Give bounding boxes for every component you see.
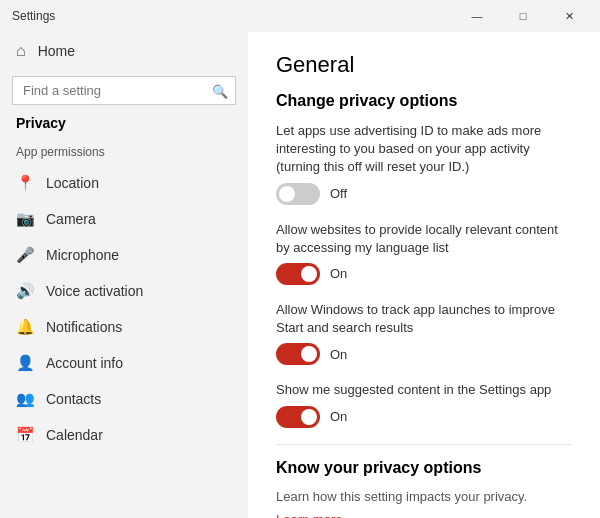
account-icon: 👤: [16, 354, 34, 372]
title-bar: Settings — □ ✕: [0, 0, 600, 32]
sidebar-voice-label: Voice activation: [46, 283, 143, 299]
suggested-content-state-label: On: [330, 409, 347, 424]
advertising-id-knob: [279, 186, 295, 202]
contacts-icon: 👥: [16, 390, 34, 408]
advertising-id-toggle-row: Off: [276, 183, 572, 205]
setting-advertising-id: Let apps use advertising ID to make ads …: [276, 122, 572, 205]
location-icon: 📍: [16, 174, 34, 192]
sidebar-location-label: Location: [46, 175, 99, 191]
track-app-launches-description: Allow Windows to track app launches to i…: [276, 301, 572, 337]
language-list-toggle-row: On: [276, 263, 572, 285]
sidebar-item-home[interactable]: ⌂ Home: [0, 32, 248, 70]
sidebar-item-voice-activation[interactable]: 🔊 Voice activation: [0, 273, 248, 309]
setting-track-app-launches: Allow Windows to track app launches to i…: [276, 301, 572, 365]
advertising-id-state-label: Off: [330, 186, 347, 201]
camera-icon: 📷: [16, 210, 34, 228]
sidebar: ⌂ Home 🔍 Privacy App permissions 📍 Locat…: [0, 32, 248, 518]
app-permissions-label: App permissions: [0, 135, 248, 165]
sidebar-item-account-info[interactable]: 👤 Account info: [0, 345, 248, 381]
track-app-launches-track: [276, 343, 320, 365]
suggested-content-description: Show me suggested content in the Setting…: [276, 381, 572, 399]
sidebar-item-notifications[interactable]: 🔔 Notifications: [0, 309, 248, 345]
section-divider: [276, 444, 572, 445]
change-privacy-title: Change privacy options: [276, 92, 572, 110]
track-app-launches-knob: [301, 346, 317, 362]
suggested-content-toggle-row: On: [276, 406, 572, 428]
sidebar-contacts-label: Contacts: [46, 391, 101, 407]
microphone-icon: 🎤: [16, 246, 34, 264]
track-app-launches-state-label: On: [330, 347, 347, 362]
advertising-id-toggle[interactable]: [276, 183, 320, 205]
track-app-launches-toggle[interactable]: [276, 343, 320, 365]
calendar-icon: 📅: [16, 426, 34, 444]
learn-more-link[interactable]: Learn more: [276, 512, 572, 519]
know-privacy-title: Know your privacy options: [276, 459, 572, 477]
language-list-knob: [301, 266, 317, 282]
language-list-toggle[interactable]: [276, 263, 320, 285]
sidebar-item-camera[interactable]: 📷 Camera: [0, 201, 248, 237]
settings-window: Settings — □ ✕ ⌂ Home 🔍 Privacy App perm…: [0, 0, 600, 518]
advertising-id-description: Let apps use advertising ID to make ads …: [276, 122, 572, 177]
minimize-button[interactable]: —: [454, 0, 500, 32]
suggested-content-toggle[interactable]: [276, 406, 320, 428]
sidebar-microphone-label: Microphone: [46, 247, 119, 263]
language-list-state-label: On: [330, 266, 347, 281]
sidebar-item-calendar[interactable]: 📅 Calendar: [0, 417, 248, 453]
sidebar-camera-label: Camera: [46, 211, 96, 227]
language-list-description: Allow websites to provide locally releva…: [276, 221, 572, 257]
close-button[interactable]: ✕: [546, 0, 592, 32]
sidebar-home-label: Home: [38, 43, 75, 59]
sidebar-item-contacts[interactable]: 👥 Contacts: [0, 381, 248, 417]
language-list-track: [276, 263, 320, 285]
title-bar-controls: — □ ✕: [454, 0, 592, 32]
notifications-icon: 🔔: [16, 318, 34, 336]
maximize-button[interactable]: □: [500, 0, 546, 32]
sidebar-notifications-label: Notifications: [46, 319, 122, 335]
setting-suggested-content: Show me suggested content in the Setting…: [276, 381, 572, 427]
know-privacy-section: Know your privacy options Learn how this…: [276, 444, 572, 519]
track-app-launches-toggle-row: On: [276, 343, 572, 365]
sidebar-search-container: 🔍: [12, 76, 236, 105]
main-panel: General Change privacy options Let apps …: [248, 32, 600, 518]
setting-language-list: Allow websites to provide locally releva…: [276, 221, 572, 285]
main-content: ⌂ Home 🔍 Privacy App permissions 📍 Locat…: [0, 32, 600, 518]
know-privacy-subtitle: Learn how this setting impacts your priv…: [276, 489, 572, 504]
suggested-content-knob: [301, 409, 317, 425]
voice-icon: 🔊: [16, 282, 34, 300]
search-input[interactable]: [12, 76, 236, 105]
sidebar-item-microphone[interactable]: 🎤 Microphone: [0, 237, 248, 273]
sidebar-item-location[interactable]: 📍 Location: [0, 165, 248, 201]
suggested-content-track: [276, 406, 320, 428]
sidebar-account-label: Account info: [46, 355, 123, 371]
sidebar-calendar-label: Calendar: [46, 427, 103, 443]
sidebar-privacy-label: Privacy: [0, 111, 248, 135]
home-icon: ⌂: [16, 42, 26, 60]
page-title: General: [276, 52, 572, 78]
window-title: Settings: [12, 9, 55, 23]
advertising-id-track: [276, 183, 320, 205]
